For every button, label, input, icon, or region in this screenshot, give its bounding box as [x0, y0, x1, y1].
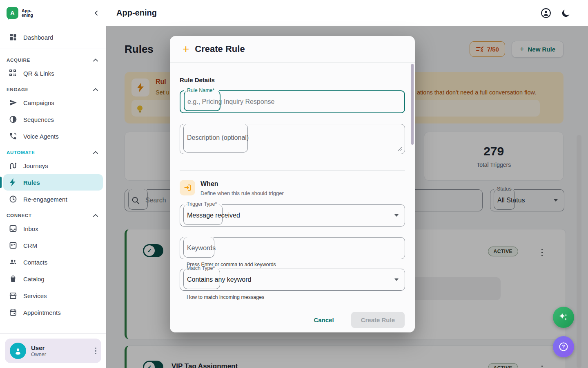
description-field[interactable]: Description (optional) — [180, 124, 405, 154]
rule-details-heading: Rule Details — [180, 76, 405, 83]
ai-assistant-fab[interactable] — [553, 307, 574, 328]
kanban-icon — [9, 241, 17, 249]
when-title: When — [200, 180, 284, 188]
dropdown-arrow-icon — [394, 214, 399, 217]
half-circle-icon — [9, 115, 17, 123]
dark-mode-toggle-icon[interactable] — [561, 8, 571, 18]
logo-line2: ening — [22, 13, 33, 18]
cancel-button[interactable]: Cancel — [314, 316, 334, 323]
app-root: A App- ening Dashboard ACQUIRE — [0, 0, 588, 368]
match-type-value: Contains any keyword — [187, 276, 251, 283]
sidebar-section-engage[interactable]: ENGAGE — [0, 82, 106, 94]
help-icon: ? — [558, 341, 569, 352]
sidebar-item-catalog[interactable]: Catalog — [3, 271, 103, 287]
sidebar-item-dashboard[interactable]: Dashboard — [3, 29, 103, 45]
chevron-up-icon — [93, 151, 98, 154]
section-label: AUTOMATE — [7, 150, 35, 155]
sidebar-item-crm[interactable]: CRM — [3, 237, 103, 254]
resize-handle[interactable] — [398, 147, 402, 151]
modal-footer: Cancel Create Rule — [170, 307, 415, 332]
modal-title: Create Rule — [195, 44, 245, 54]
sidebar-item-rules[interactable]: Rules — [3, 174, 103, 191]
chevron-up-icon — [93, 58, 98, 62]
when-subtitle: Define when this rule should trigger — [200, 190, 284, 196]
sidebar-item-label: Inbox — [23, 225, 38, 232]
logo-line1: App- — [22, 9, 33, 13]
chevron-up-icon — [93, 88, 98, 91]
chevron-left-icon — [93, 10, 100, 16]
modal-scrollbar-thumb[interactable] — [411, 64, 414, 145]
sidebar-nav: Dashboard ACQUIRE QR & Links ENGAGE — [0, 26, 106, 333]
match-type-helper-text: How to match incoming messages — [187, 294, 405, 300]
sidebar-item-campaigns[interactable]: Campaigns — [3, 94, 103, 111]
sidebar-item-journeys[interactable]: Journeys — [3, 157, 103, 174]
create-rule-modal: + Create Rule Rule Details Rule Name* De… — [170, 36, 415, 332]
divider — [0, 49, 106, 49]
account-icon[interactable] — [541, 8, 551, 18]
dropdown-arrow-icon — [394, 278, 399, 281]
sidebar-item-appointments[interactable]: Appointments — [3, 304, 103, 321]
rule-name-input[interactable] — [180, 91, 404, 112]
sidebar-item-voice-agents[interactable]: Voice Agents — [3, 128, 103, 144]
chevron-up-icon — [93, 214, 98, 217]
sidebar-item-qr-links[interactable]: QR & Links — [3, 65, 103, 81]
sidebar-item-services[interactable]: Services — [3, 287, 103, 304]
modal-header: + Create Rule — [170, 36, 415, 63]
modal-body: Rule Details Rule Name* Description (opt… — [170, 63, 415, 321]
sidebar-item-label: Services — [23, 292, 47, 299]
user-card[interactable]: User Owner — [5, 339, 101, 363]
sidebar-item-label: Journeys — [23, 162, 48, 169]
svg-text:?: ? — [562, 344, 565, 350]
when-section: When Define when this rule should trigge… — [180, 180, 405, 196]
sidebar-item-label: Rules — [23, 179, 40, 186]
divider — [180, 171, 405, 171]
plus-icon: + — [183, 44, 189, 54]
sidebar-section-automate[interactable]: AUTOMATE — [0, 145, 106, 157]
page-app-title: App-ening — [116, 8, 157, 18]
send-icon — [9, 99, 17, 107]
sidebar-item-label: Sequences — [23, 116, 54, 123]
sidebar-item-label: Catalog — [23, 276, 45, 283]
active-indicator — [0, 177, 2, 188]
section-label: ENGAGE — [7, 87, 29, 92]
description-label: Description (optional) — [187, 134, 249, 141]
create-rule-button[interactable]: Create Rule — [351, 312, 405, 328]
user-menu-button[interactable] — [95, 346, 97, 356]
app-logo-text: App- ening — [22, 9, 33, 18]
section-label: CONNECT — [7, 213, 32, 218]
sidebar-item-label: Dashboard — [23, 34, 53, 41]
bag-icon — [9, 275, 17, 283]
trigger-type-value: Message received — [187, 212, 240, 219]
sparkles-icon — [558, 312, 569, 323]
sidebar-item-re-engagement[interactable]: Re-engagement — [3, 191, 103, 207]
sidebar-item-sequences[interactable]: Sequences — [3, 111, 103, 128]
keywords-helper-text: Press Enter or comma to add keywords — [187, 262, 405, 267]
sidebar-item-label: Campaigns — [23, 99, 54, 106]
help-fab[interactable]: ? — [553, 336, 574, 357]
sidebar-item-label: QR & Links — [23, 70, 54, 77]
sidebar-section-connect[interactable]: CONNECT — [0, 208, 106, 220]
sidebar-item-label: Contacts — [23, 259, 47, 266]
rule-name-field[interactable]: Rule Name* — [180, 90, 405, 113]
sidebar-section-acquire[interactable]: ACQUIRE — [0, 52, 106, 65]
route-icon — [9, 162, 17, 170]
trigger-type-select[interactable]: Trigger Type* Message received — [180, 204, 405, 227]
match-type-select[interactable]: Match Type* Contains any keyword — [180, 269, 405, 291]
bolt-icon — [9, 178, 17, 186]
section-label: ACQUIRE — [7, 58, 30, 63]
user-role: Owner — [31, 352, 46, 357]
sidebar-item-label: Re-engagement — [23, 196, 67, 203]
dashboard-icon — [9, 33, 17, 41]
user-info: User Owner — [31, 344, 46, 357]
sidebar-item-inbox[interactable]: Inbox — [3, 220, 103, 237]
keywords-label: Keywords — [187, 245, 216, 252]
sidebar-collapse-button[interactable] — [93, 10, 100, 16]
phone-icon — [9, 132, 17, 140]
sidebar-item-label: Voice Agents — [23, 133, 59, 140]
match-type-label: Match Type* — [187, 265, 215, 271]
user-name: User — [31, 344, 46, 351]
sidebar-item-contacts[interactable]: Contacts — [3, 254, 103, 270]
keywords-field[interactable]: Keywords — [180, 237, 405, 259]
sidebar-item-label: CRM — [23, 242, 37, 249]
sidebar-logo-row: A App- ening — [0, 0, 106, 26]
